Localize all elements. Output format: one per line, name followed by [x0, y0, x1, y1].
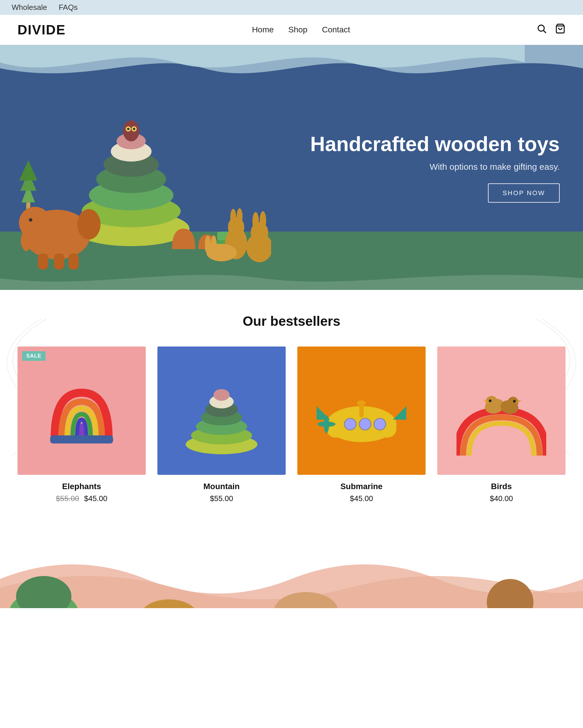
header-icons — [536, 23, 565, 36]
svg-point-69 — [513, 400, 516, 402]
svg-point-18 — [133, 128, 135, 130]
price-mountain: $55.00 — [210, 494, 233, 503]
svg-point-33 — [230, 209, 236, 225]
svg-point-34 — [237, 208, 243, 225]
hero-subtitle: With options to make gifting easy. — [310, 162, 560, 172]
product-card-submarine[interactable]: Submarine $45.00 — [297, 346, 425, 503]
product-price-elephants: $55.00 $45.00 — [18, 494, 146, 503]
svg-point-73 — [274, 592, 338, 608]
product-image-mountain — [158, 346, 286, 475]
price-birds: $40.00 — [490, 494, 513, 503]
svg-point-50 — [213, 389, 229, 401]
svg-point-24 — [29, 218, 32, 222]
birds-toy-icon — [456, 366, 546, 456]
svg-point-57 — [374, 418, 386, 430]
product-grid: SALE Elephants $55.00 $45.00 — [18, 346, 565, 503]
product-image-elephants: SALE — [18, 346, 146, 475]
mountain-toy-icon — [177, 366, 267, 456]
hero-illustration — [9, 86, 271, 272]
hero-text: Handcrafted wooden toys With options to … — [310, 132, 560, 203]
bottom-toys-preview — [0, 521, 583, 608]
hero-wave-top — [0, 45, 583, 80]
nav-home[interactable]: Home — [252, 25, 274, 34]
svg-point-14 — [123, 121, 139, 141]
price-submarine: $45.00 — [350, 494, 373, 503]
svg-point-72 — [140, 599, 198, 608]
cart-icon — [555, 23, 565, 34]
svg-point-17 — [127, 128, 130, 130]
price-original-elephants: $55.00 — [56, 494, 79, 503]
svg-point-59 — [357, 400, 366, 406]
product-name-submarine: Submarine — [297, 482, 425, 491]
svg-marker-53 — [393, 406, 406, 420]
main-nav: Home Shop Contact — [252, 25, 350, 34]
svg-rect-58 — [359, 404, 363, 417]
product-price-birds: $40.00 — [437, 494, 565, 503]
svg-point-38 — [260, 211, 266, 230]
svg-point-28 — [77, 209, 101, 239]
svg-point-37 — [252, 212, 259, 231]
svg-point-42 — [211, 235, 216, 248]
header: DIVIDE Home Shop Contact — [0, 15, 583, 45]
nav-contact[interactable]: Contact — [322, 25, 350, 34]
product-name-mountain: Mountain — [158, 482, 286, 491]
search-button[interactable] — [536, 23, 547, 36]
hero-title: Handcrafted wooden toys — [310, 132, 560, 156]
cart-button[interactable] — [555, 23, 565, 36]
hero-section: Handcrafted wooden toys With options to … — [0, 45, 583, 290]
price-sale-elephants: $45.00 — [84, 494, 108, 503]
product-image-birds — [437, 346, 565, 475]
svg-point-0 — [538, 25, 544, 31]
product-price-submarine: $45.00 — [297, 494, 425, 503]
svg-point-65 — [489, 399, 492, 402]
svg-point-71 — [16, 576, 72, 608]
product-name-elephants: Elephants — [18, 482, 146, 491]
svg-point-41 — [205, 236, 211, 250]
faqs-link[interactable]: FAQs — [59, 3, 78, 12]
svg-point-56 — [359, 418, 371, 430]
nav-shop[interactable]: Shop — [288, 25, 307, 34]
bestsellers-section: Our bestsellers SALE — [0, 290, 583, 521]
bottom-wave-section — [0, 521, 583, 608]
product-card-birds[interactable]: Birds $40.00 — [437, 346, 565, 503]
top-bar: Wholesale FAQs — [0, 0, 583, 15]
svg-point-55 — [344, 418, 356, 430]
search-icon — [536, 23, 547, 34]
wholesale-link[interactable]: Wholesale — [12, 3, 47, 12]
svg-point-74 — [487, 579, 533, 608]
submarine-toy-icon — [316, 366, 406, 456]
svg-point-61 — [317, 421, 335, 427]
product-name-birds: Birds — [437, 482, 565, 491]
product-image-submarine — [297, 346, 425, 475]
product-card-mountain[interactable]: Mountain $55.00 — [158, 346, 286, 503]
shop-now-button[interactable]: SHOP NOW — [488, 183, 560, 202]
svg-rect-43 — [50, 436, 113, 444]
sale-badge: SALE — [22, 351, 46, 361]
elephants-toy-icon — [37, 366, 127, 456]
product-card-elephants[interactable]: SALE Elephants $55.00 $45.00 — [18, 346, 146, 503]
svg-line-1 — [544, 30, 546, 33]
bestsellers-title: Our bestsellers — [18, 313, 565, 329]
hero-wave-bottom — [0, 266, 583, 290]
svg-marker-6 — [19, 160, 37, 181]
product-price-mountain: $55.00 — [158, 494, 286, 503]
logo[interactable]: DIVIDE — [18, 22, 65, 37]
